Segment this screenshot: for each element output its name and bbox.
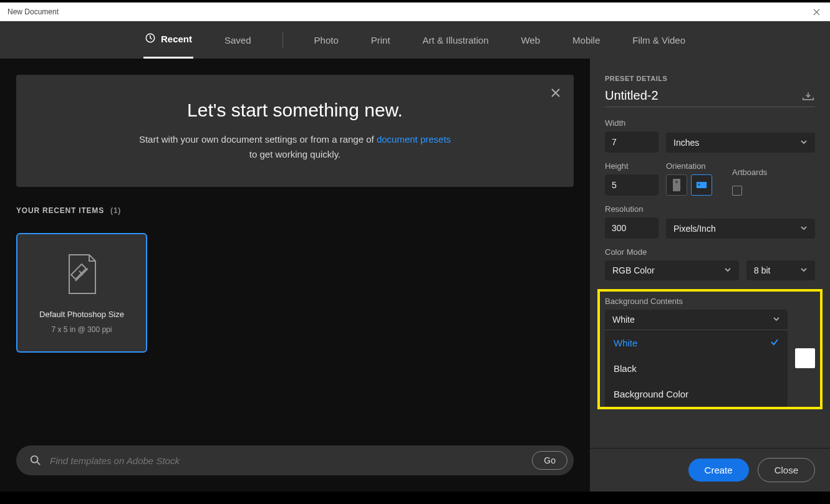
tab-label: Mobile [572, 35, 600, 45]
check-icon [770, 338, 779, 348]
banner-text: Start with your own document settings or… [46, 132, 544, 162]
chevron-down-icon [773, 315, 780, 325]
resolution-label: Resolution [605, 204, 815, 214]
height-input[interactable] [605, 174, 659, 196]
preset-details-panel: PRESET DETAILS Width Inches [590, 59, 830, 492]
orientation-landscape-button[interactable] [691, 174, 712, 196]
resolution-input[interactable] [605, 217, 659, 239]
document-icon [64, 252, 99, 297]
background-contents-label: Background Contents [605, 297, 815, 306]
clock-icon [145, 32, 156, 45]
titlebar: New Document [0, 0, 830, 21]
welcome-banner: Let's start something new. Start with yo… [16, 75, 574, 187]
background-contents-dropdown: White Black Background Color [605, 330, 788, 407]
svg-rect-6 [698, 184, 700, 186]
preset-card-default[interactable]: Default Photoshop Size 7 x 5 in @ 300 pp… [16, 233, 147, 353]
preset-dimensions: 7 x 5 in @ 300 ppi [52, 325, 112, 334]
tab-label: Web [521, 35, 540, 45]
search-go-button[interactable]: Go [532, 451, 567, 470]
background-contents-highlight: Background Contents White White [597, 289, 823, 409]
tab-label: Art & Illustration [423, 35, 489, 45]
tab-recent[interactable]: Recent [143, 21, 193, 59]
chevron-down-icon [800, 138, 808, 148]
bottom-strip [0, 492, 830, 504]
bg-option-white[interactable]: White [605, 330, 788, 356]
recent-items-label: YOUR RECENT ITEMS (1) [16, 206, 121, 215]
close-icon [551, 88, 561, 98]
color-depth-value: 8 bit [754, 265, 770, 275]
create-button[interactable]: Create [688, 459, 749, 482]
resolution-units-select[interactable]: Pixels/Inch [666, 219, 815, 239]
preset-details-label: PRESET DETAILS [605, 75, 815, 82]
close-button[interactable]: Close [758, 458, 815, 482]
chevron-down-icon [800, 265, 808, 275]
svg-rect-4 [675, 181, 678, 183]
preset-name: Default Photoshop Size [39, 310, 124, 319]
recent-items-header: YOUR RECENT ITEMS (1) [16, 204, 574, 216]
width-label: Width [605, 118, 815, 128]
width-input[interactable] [605, 131, 659, 153]
window-title: New Document [7, 7, 59, 16]
artboards-checkbox[interactable] [732, 186, 742, 196]
color-mode-select[interactable]: RGB Color [605, 260, 739, 280]
color-depth-select[interactable]: 8 bit [746, 260, 815, 280]
document-presets-link[interactable]: document presets [377, 134, 451, 145]
banner-close-button[interactable] [549, 86, 562, 100]
bg-option-background-color[interactable]: Background Color [605, 381, 788, 407]
save-preset-button[interactable] [801, 89, 815, 103]
template-searchbar: Go [16, 445, 574, 475]
banner-heading: Let's start something new. [46, 100, 544, 121]
background-contents-select[interactable]: White [605, 310, 788, 330]
close-icon [813, 9, 820, 16]
color-mode-value: RGB Color [612, 265, 655, 275]
bg-option-black[interactable]: Black [605, 356, 788, 381]
background-contents-value: White [612, 315, 635, 325]
tab-saved[interactable]: Saved [223, 21, 253, 59]
document-name-input[interactable] [605, 88, 801, 103]
svg-rect-1 [71, 264, 86, 279]
tab-photo[interactable]: Photo [313, 21, 340, 59]
tab-web[interactable]: Web [519, 21, 541, 59]
units-value: Inches [673, 138, 699, 148]
left-panel: Let's start something new. Start with yo… [0, 59, 590, 492]
dialog-footer: Create Close [590, 448, 830, 492]
search-input[interactable] [50, 455, 523, 466]
tab-label: Recent [161, 34, 192, 44]
svg-rect-5 [697, 182, 707, 188]
preset-cards: Default Photoshop Size 7 x 5 in @ 300 pp… [16, 233, 574, 353]
tabs-divider [282, 32, 283, 47]
height-label: Height [605, 161, 659, 171]
tab-mobile[interactable]: Mobile [571, 21, 601, 59]
tab-label: Film & Video [632, 35, 685, 45]
recent-items-count: (1) [110, 206, 121, 215]
orientation-label: Orientation [666, 161, 712, 171]
tab-film-video[interactable]: Film & Video [631, 21, 687, 59]
download-icon [802, 91, 814, 101]
background-color-swatch[interactable] [795, 348, 815, 368]
artboards-label: Artboards [732, 168, 767, 177]
tab-art-illustration[interactable]: Art & Illustration [422, 21, 490, 59]
chevron-down-icon [724, 265, 731, 275]
units-select[interactable]: Inches [666, 133, 815, 153]
orientation-portrait-button[interactable] [666, 174, 687, 196]
window-close-button[interactable] [810, 6, 823, 18]
search-icon [30, 455, 41, 466]
chevron-down-icon [800, 224, 808, 234]
category-tabs: Recent Saved Photo Print Art & Illustrat… [0, 21, 830, 59]
landscape-icon [696, 178, 707, 192]
tab-label: Saved [224, 35, 251, 45]
tab-label: Photo [314, 35, 339, 45]
color-mode-label: Color Mode [605, 247, 815, 257]
resolution-units-value: Pixels/Inch [673, 224, 716, 234]
tab-label: Print [371, 35, 390, 45]
portrait-icon [671, 178, 682, 192]
tab-print[interactable]: Print [370, 21, 392, 59]
svg-point-2 [31, 456, 38, 463]
